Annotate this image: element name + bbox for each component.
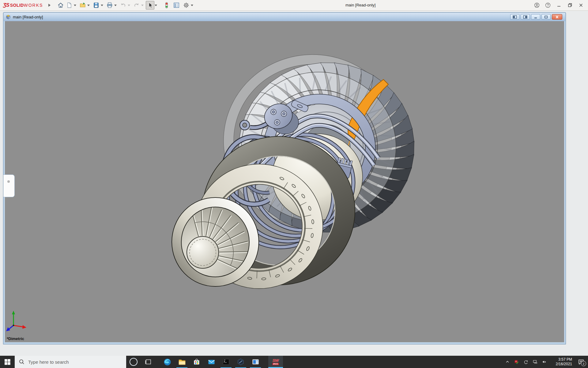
minimize-button[interactable] [554, 1, 564, 10]
windows-logo-icon [5, 359, 10, 365]
doc-tile-right-button[interactable] [521, 14, 530, 20]
volume-muted-icon [542, 359, 546, 365]
undo-button[interactable] [119, 1, 127, 10]
tray-volume-muted-button[interactable] [540, 356, 548, 368]
taskbar-search[interactable] [15, 356, 126, 368]
jet-engine-model[interactable] [5, 21, 564, 342]
doc-restore-button[interactable] [541, 14, 551, 20]
options-dropdown-icon[interactable] [191, 5, 193, 7]
doc-tile-left-button[interactable] [510, 14, 519, 20]
tray-time: 3:57 PM [558, 357, 572, 362]
traffic-light-icon [163, 2, 170, 9]
doc-close-icon [555, 15, 559, 19]
minimize-icon [556, 2, 562, 8]
doc-minimize-button[interactable] [531, 14, 540, 20]
home-icon [57, 2, 64, 9]
tray-screen-record-button[interactable] [522, 356, 530, 368]
redo-button[interactable] [132, 1, 141, 10]
document-window-buttons [510, 14, 562, 20]
help-button[interactable] [543, 1, 552, 10]
tile-left-icon [513, 15, 517, 19]
status-traffic-light-button[interactable] [162, 1, 171, 10]
open-button[interactable] [78, 1, 87, 10]
command-prompt-icon [222, 358, 230, 366]
undo-icon [120, 2, 126, 9]
cortana-icon [130, 358, 138, 366]
close-icon [578, 2, 584, 8]
print-dropdown-icon[interactable] [114, 5, 117, 7]
print-icon [106, 2, 113, 9]
doc-restore-icon [544, 15, 548, 19]
new-document-dropdown-icon[interactable] [74, 5, 76, 7]
taskbar-edge-button[interactable] [160, 356, 175, 368]
network-icon [533, 359, 537, 365]
select-dropdown-icon[interactable] [155, 5, 157, 7]
quick-access-toolbar [56, 0, 195, 10]
select-tool-button[interactable] [146, 1, 154, 10]
task-pane-button[interactable] [172, 1, 181, 10]
undo-dropdown-icon[interactable] [128, 5, 130, 7]
assembly-document-icon [6, 14, 11, 20]
search-icon [19, 359, 24, 365]
taskbar-solidworks-button[interactable]: SW 2021 [268, 356, 283, 368]
taskbar-file-explorer-button[interactable] [175, 356, 189, 368]
app-title: main [Read-only] [345, 3, 375, 7]
solidworks-check-icon [514, 359, 519, 365]
home-button[interactable] [56, 1, 65, 10]
task-view-icon [145, 359, 152, 365]
taskbar-hexagon-app-button[interactable] [233, 356, 248, 368]
hexagon-app-icon [237, 358, 244, 366]
solidworks-logo-glyph: ƷS [3, 2, 9, 8]
taskbar-command-prompt-button[interactable] [219, 356, 233, 368]
search-input[interactable] [28, 359, 115, 365]
save-icon [93, 2, 100, 9]
restore-icon [567, 2, 573, 8]
taskbar-remote-window-button[interactable] [248, 356, 263, 368]
taskbar-store-button[interactable] [189, 356, 204, 368]
print-button[interactable] [105, 1, 114, 10]
save-button[interactable] [92, 1, 100, 10]
document-titlebar[interactable]: main [Read-only] [4, 13, 565, 21]
close-button[interactable] [576, 1, 586, 10]
mdi-workspace: main [Read-only] [0, 11, 588, 356]
redo-dropdown-icon[interactable] [141, 5, 144, 7]
account-icon [534, 2, 540, 8]
app-titlebar: ƷS SOLIDWORKS [0, 0, 588, 11]
hidden-icons-button[interactable] [503, 356, 511, 368]
featuremanager-flyout-tab[interactable] [3, 174, 15, 197]
store-icon [193, 358, 200, 366]
new-document-button[interactable] [65, 1, 74, 10]
intake-assembly[interactable] [172, 197, 259, 286]
tray-solidworks-monitor-button[interactable] [513, 356, 521, 368]
notification-badge: 2 [581, 361, 586, 366]
action-center-button[interactable]: 2 [576, 356, 586, 368]
help-icon [545, 2, 551, 8]
graphics-area[interactable]: *Dimetric [5, 21, 564, 342]
cortana-button[interactable] [126, 356, 141, 368]
taskbar-mail-button[interactable] [204, 356, 219, 368]
remote-window-icon [252, 358, 259, 366]
tray-clock[interactable]: 3:57 PM 2/16/2021 [552, 357, 572, 366]
save-dropdown-icon[interactable] [101, 5, 103, 7]
file-explorer-icon [178, 358, 186, 366]
toolbar-flyout-arrow-icon[interactable] [48, 4, 52, 7]
select-cursor-icon [147, 2, 153, 9]
open-dropdown-icon[interactable] [87, 5, 90, 7]
tray-network-button[interactable] [531, 356, 539, 368]
doc-close-button[interactable] [552, 14, 562, 20]
view-orientation-label: *Dimetric [7, 336, 24, 341]
solidworks-logo: ƷS SOLIDWORKS [3, 2, 43, 8]
account-button[interactable] [532, 1, 541, 10]
document-window: main [Read-only] [3, 12, 566, 344]
start-button[interactable] [0, 356, 15, 368]
task-view-button[interactable] [141, 356, 156, 368]
open-folder-icon [79, 2, 86, 9]
orientation-triad [6, 311, 26, 331]
new-document-icon [66, 2, 73, 9]
restore-button[interactable] [565, 1, 575, 10]
options-button[interactable] [182, 1, 190, 10]
screen-record-icon [524, 359, 528, 365]
mail-icon [208, 358, 215, 366]
redo-icon [133, 2, 140, 9]
gear-icon [183, 2, 190, 9]
